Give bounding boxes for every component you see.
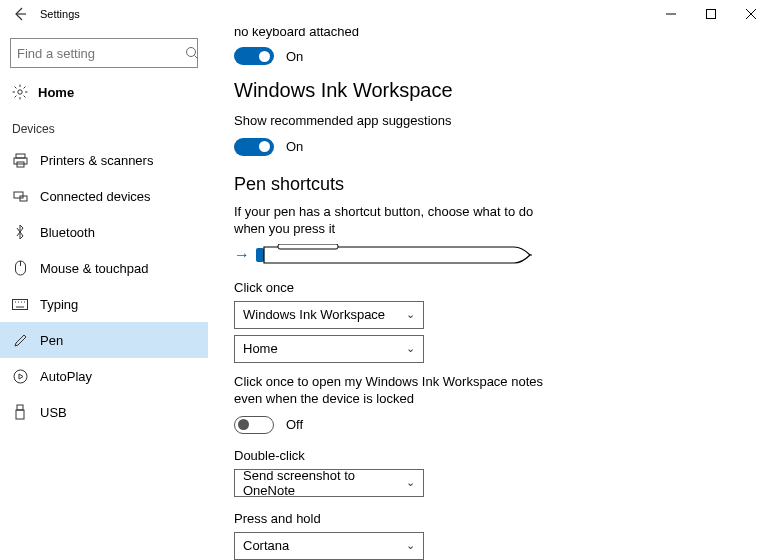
sidebar-item-label: AutoPlay — [40, 369, 92, 384]
svg-rect-16 — [14, 158, 27, 164]
app-suggestions-label: Show recommended app suggestions — [234, 112, 554, 130]
svg-rect-30 — [16, 410, 24, 419]
close-button[interactable] — [731, 0, 771, 28]
press-hold-label: Press and hold — [234, 511, 745, 526]
chevron-down-icon: ⌄ — [406, 539, 415, 552]
minimize-button[interactable] — [651, 0, 691, 28]
svg-rect-31 — [256, 248, 264, 262]
sidebar-item-typing[interactable]: Typing — [0, 286, 208, 322]
arrow-left-icon — [13, 7, 27, 21]
keyboard-icon — [12, 296, 28, 312]
nav-header: Devices — [0, 112, 208, 142]
toggle-state: On — [286, 139, 303, 154]
gear-icon — [12, 84, 28, 100]
locked-toggle[interactable] — [234, 416, 274, 434]
sidebar-item-label: Mouse & touchpad — [40, 261, 148, 276]
main-panel: no keyboard attached On Windows Ink Work… — [208, 28, 771, 560]
sidebar-item-label: Pen — [40, 333, 63, 348]
svg-rect-32 — [278, 244, 338, 249]
sidebar-item-printers[interactable]: Printers & scanners — [0, 142, 208, 178]
search-icon — [185, 45, 199, 61]
chevron-down-icon: ⌄ — [406, 308, 415, 321]
printer-icon — [12, 152, 28, 168]
bluetooth-icon — [12, 224, 28, 240]
usb-icon — [12, 404, 28, 420]
home-link[interactable]: Home — [0, 78, 208, 106]
locked-desc: Click once to open my Windows Ink Worksp… — [234, 373, 554, 408]
click-once-select-1[interactable]: Windows Ink Workspace ⌄ — [234, 301, 424, 329]
svg-line-12 — [24, 96, 26, 98]
section-ink-title: Windows Ink Workspace — [234, 79, 745, 102]
select-value: Cortana — [243, 538, 289, 553]
sidebar-item-label: Bluetooth — [40, 225, 95, 240]
svg-rect-15 — [16, 154, 25, 158]
maximize-button[interactable] — [691, 0, 731, 28]
sidebar-item-label: USB — [40, 405, 67, 420]
select-value: Windows Ink Workspace — [243, 307, 385, 322]
back-button[interactable] — [6, 0, 34, 28]
pen-illustration: → — [234, 244, 745, 266]
svg-rect-22 — [13, 299, 28, 309]
double-click-label: Double-click — [234, 448, 745, 463]
sidebar-item-bluetooth[interactable]: Bluetooth — [0, 214, 208, 250]
svg-rect-29 — [17, 405, 23, 410]
sidebar-item-label: Connected devices — [40, 189, 151, 204]
sidebar-item-usb[interactable]: USB — [0, 394, 208, 430]
svg-line-14 — [15, 96, 17, 98]
app-suggestions-toggle[interactable] — [234, 138, 274, 156]
click-once-label: Click once — [234, 280, 745, 295]
sidebar-item-mouse[interactable]: Mouse & touchpad — [0, 250, 208, 286]
titlebar: Settings — [0, 0, 771, 28]
sidebar-item-label: Typing — [40, 297, 78, 312]
content: Home Devices Printers & scanners Connect… — [0, 28, 771, 560]
svg-point-6 — [18, 90, 22, 94]
chevron-down-icon: ⌄ — [406, 342, 415, 355]
home-label: Home — [38, 85, 74, 100]
svg-point-4 — [187, 48, 196, 57]
sidebar-item-pen[interactable]: Pen — [0, 322, 208, 358]
svg-rect-1 — [707, 10, 716, 19]
toggle-state: On — [286, 49, 303, 64]
sidebar-item-autoplay[interactable]: AutoPlay — [0, 358, 208, 394]
double-click-select[interactable]: Send screenshot to OneNote ⌄ — [234, 469, 424, 497]
svg-line-5 — [195, 56, 199, 60]
click-once-select-2[interactable]: Home ⌄ — [234, 335, 424, 363]
chevron-down-icon: ⌄ — [406, 476, 415, 489]
search-box[interactable] — [10, 38, 198, 68]
section-shortcuts-title: Pen shortcuts — [234, 174, 745, 195]
window-title: Settings — [40, 8, 80, 20]
connected-icon — [12, 188, 28, 204]
svg-line-11 — [15, 87, 17, 89]
press-hold-select[interactable]: Cortana ⌄ — [234, 532, 424, 560]
autoplay-icon — [12, 368, 28, 384]
svg-rect-18 — [14, 192, 23, 198]
arrow-right-icon: → — [234, 246, 250, 264]
svg-line-13 — [24, 87, 26, 89]
sidebar: Home Devices Printers & scanners Connect… — [0, 28, 208, 560]
select-value: Home — [243, 341, 278, 356]
toggle-state: Off — [286, 417, 303, 432]
window-controls — [651, 0, 771, 28]
pen-image — [256, 244, 532, 266]
mouse-icon — [12, 260, 28, 276]
keyboard-toggle[interactable] — [234, 47, 274, 65]
pen-icon — [12, 332, 28, 348]
truncated-text: no keyboard attached — [234, 28, 745, 39]
shortcuts-desc: If your pen has a shortcut button, choos… — [234, 203, 554, 238]
search-input[interactable] — [17, 46, 185, 61]
select-value: Send screenshot to OneNote — [243, 468, 406, 498]
sidebar-item-label: Printers & scanners — [40, 153, 153, 168]
sidebar-item-connected[interactable]: Connected devices — [0, 178, 208, 214]
svg-point-28 — [14, 370, 27, 383]
